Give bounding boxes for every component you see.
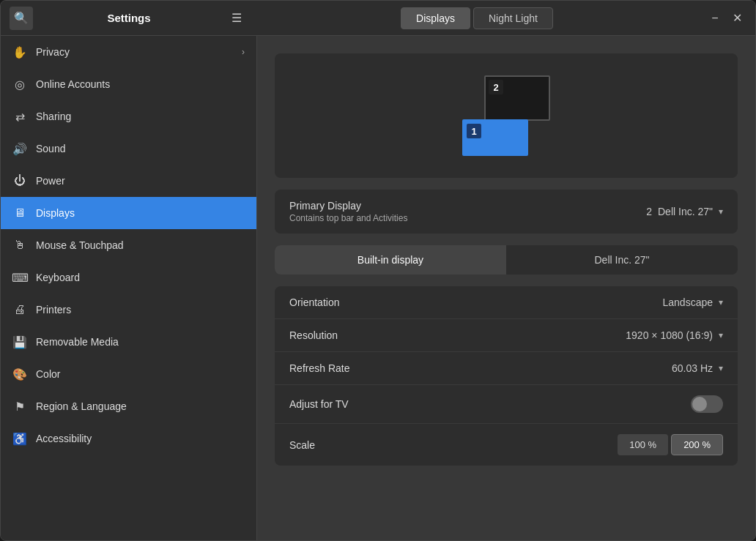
resolution-label: Resolution [289, 329, 626, 341]
sidebar-item-color[interactable]: 🎨 Color [1, 358, 256, 390]
privacy-icon: ✋ [12, 45, 27, 59]
window-title: Settings [39, 12, 219, 24]
scale-label: Scale [289, 439, 618, 451]
sidebar-item-power[interactable]: ⏻ Power [1, 165, 256, 197]
tab-displays[interactable]: Displays [401, 7, 470, 29]
adjust-tv-toggle[interactable] [691, 395, 723, 413]
sidebar-item-online-accounts[interactable]: ◎ Online Accounts [1, 68, 256, 100]
primary-display-card: Primary Display Contains top bar and Act… [275, 190, 738, 234]
primary-display-value: 2 Dell Inc. 27" ▾ [646, 206, 723, 217]
removable-media-icon: 💾 [12, 335, 27, 349]
sidebar-label-keyboard: Keyboard [36, 272, 245, 283]
adjust-tv-row: Adjust for TV [275, 385, 738, 424]
display-preview: 2 1 [275, 53, 738, 178]
orientation-row: Orientation Landscape ▾ [275, 286, 738, 319]
screen-2[interactable]: 2 [484, 75, 550, 121]
content-area: ✋ Privacy › ◎ Online Accounts ⇄ Sharing … [1, 36, 755, 540]
screen-2-number: 2 [489, 80, 503, 94]
refresh-rate-label: Refresh Rate [289, 362, 672, 374]
orientation-dropdown-arrow: ▾ [719, 297, 723, 307]
sidebar-item-accessibility[interactable]: ♿ Accessibility [1, 422, 256, 455]
sidebar: ✋ Privacy › ◎ Online Accounts ⇄ Sharing … [1, 36, 257, 540]
keyboard-icon: ⌨ [12, 270, 27, 285]
sidebar-label-sharing: Sharing [36, 111, 245, 122]
sidebar-label-power: Power [36, 175, 245, 187]
orientation-label: Orientation [289, 296, 662, 308]
refresh-rate-row: Refresh Rate 60.03 Hz ▾ [275, 352, 738, 385]
titlebar-left: 🔍 Settings ☰ [1, 7, 257, 30]
sidebar-item-mouse-touchpad[interactable]: 🖱 Mouse & Touchpad [1, 229, 256, 261]
scale-row: Scale 100 % 200 % [275, 424, 738, 466]
titlebar-tabs: Displays Night Light [257, 7, 697, 29]
sidebar-label-removable-media: Removable Media [36, 336, 245, 348]
sidebar-label-online-accounts: Online Accounts [36, 78, 245, 90]
sidebar-label-region-language: Region & Language [36, 400, 245, 412]
primary-display-label: Primary Display Contains top bar and Act… [289, 200, 646, 223]
titlebar: 🔍 Settings ☰ Displays Night Light − ✕ [1, 1, 755, 36]
accessibility-icon: ♿ [12, 431, 27, 446]
sidebar-label-displays: Displays [36, 207, 245, 219]
screen-1[interactable]: 1 [462, 119, 528, 156]
scale-options: 100 % 200 % [618, 434, 723, 455]
orientation-value[interactable]: Landscape ▾ [662, 296, 723, 308]
primary-display-row: Primary Display Contains top bar and Act… [275, 190, 738, 234]
sidebar-label-privacy: Privacy [36, 46, 233, 58]
sharing-icon: ⇄ [12, 109, 27, 124]
sidebar-label-color: Color [36, 368, 245, 380]
search-button[interactable]: 🔍 [10, 7, 33, 30]
color-icon: 🎨 [12, 367, 27, 381]
sidebar-item-sharing[interactable]: ⇄ Sharing [1, 100, 256, 133]
sound-icon: 🔊 [12, 141, 27, 156]
resolution-row: Resolution 1920 × 1080 (16:9) ▾ [275, 319, 738, 352]
sidebar-item-printers[interactable]: 🖨 Printers [1, 294, 256, 326]
close-button[interactable]: ✕ [727, 8, 746, 29]
sidebar-item-removable-media[interactable]: 💾 Removable Media [1, 326, 256, 358]
power-icon: ⏻ [12, 174, 27, 188]
primary-display-dropdown-arrow: ▾ [719, 206, 723, 217]
sidebar-item-keyboard[interactable]: ⌨ Keyboard [1, 261, 256, 294]
scale-200-button[interactable]: 200 % [671, 434, 723, 455]
refresh-rate-dropdown-arrow: ▾ [719, 363, 723, 373]
sidebar-item-sound[interactable]: 🔊 Sound [1, 133, 256, 165]
sidebar-label-sound: Sound [36, 143, 245, 154]
menu-button[interactable]: ☰ [225, 7, 248, 30]
scale-value: 100 % 200 % [618, 434, 723, 455]
online-accounts-icon: ◎ [12, 77, 27, 92]
adjust-tv-label: Adjust for TV [289, 398, 691, 410]
adjust-tv-value [691, 395, 723, 413]
displays-icon: 🖥 [12, 206, 27, 220]
region-icon: ⚑ [12, 399, 27, 414]
settings-window: 🔍 Settings ☰ Displays Night Light − ✕ ✋ … [0, 0, 756, 541]
display-tab-group: Built-in display Dell Inc. 27" [275, 245, 738, 275]
tab-built-in-display[interactable]: Built-in display [275, 245, 506, 275]
tab-dell-display[interactable]: Dell Inc. 27" [506, 245, 738, 275]
screen-1-number: 1 [467, 124, 481, 138]
sidebar-item-privacy[interactable]: ✋ Privacy › [1, 36, 256, 68]
main-content: 2 1 Primary Display Contains top bar and… [257, 36, 755, 540]
display-screens: 2 1 [462, 75, 550, 156]
sidebar-item-region-language[interactable]: ⚑ Region & Language [1, 390, 256, 422]
mouse-icon: 🖱 [12, 238, 27, 253]
sidebar-label-accessibility: Accessibility [36, 433, 245, 444]
sidebar-label-mouse-touchpad: Mouse & Touchpad [36, 239, 245, 251]
resolution-value[interactable]: 1920 × 1080 (16:9) ▾ [626, 329, 723, 341]
printers-icon: 🖨 [12, 302, 27, 317]
minimize-button[interactable]: − [705, 8, 724, 29]
tab-night-light[interactable]: Night Light [473, 7, 553, 29]
display-settings-card: Orientation Landscape ▾ Resolution 1920 … [275, 286, 738, 466]
sidebar-item-displays[interactable]: 🖥 Displays [1, 197, 256, 229]
scale-100-button[interactable]: 100 % [618, 434, 668, 455]
titlebar-controls: − ✕ [697, 8, 755, 29]
sidebar-label-printers: Printers [36, 304, 245, 316]
refresh-rate-value[interactable]: 60.03 Hz ▾ [672, 362, 723, 374]
resolution-dropdown-arrow: ▾ [719, 330, 723, 340]
chevron-icon: › [242, 47, 245, 57]
